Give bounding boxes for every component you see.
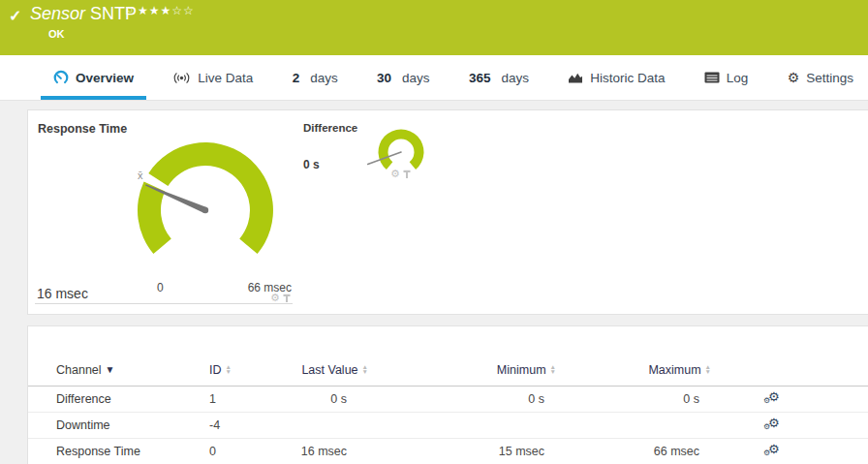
status-ok-check-icon: ✓: [9, 7, 21, 25]
column-header-last-value[interactable]: Last Value ▲▼: [301, 363, 368, 377]
tab-label: days: [402, 71, 430, 85]
sort-icon: ▲▼: [226, 365, 232, 375]
tab-number: 30: [377, 71, 391, 85]
gauge-scale-min: 0: [157, 281, 164, 294]
sort-icon: ▲▼: [550, 365, 556, 375]
channel-name-link[interactable]: Response Time: [28, 445, 209, 458]
tab-live-data[interactable]: Live Data: [160, 55, 265, 100]
sensor-header: ✓ SensorSNTP ⚐ ★★★☆☆ OK: [0, 0, 868, 55]
channels-table: Channel ▼ ID ▲▼ Last Value ▲▼ Minimum ▲▼…: [28, 363, 868, 464]
column-label: Last Value: [301, 363, 357, 377]
column-header-minimum[interactable]: Minimum ▲▼: [497, 363, 556, 377]
difference-gauge-title: Difference: [303, 122, 357, 134]
flag-icon[interactable]: ⚐: [124, 5, 134, 17]
channel-settings-gears-icon[interactable]: ⚙ ⚙: [763, 390, 781, 406]
pin-icon[interactable]: [403, 170, 411, 179]
channels-panel: Channel ▼ ID ▲▼ Last Value ▲▼ Minimum ▲▼…: [27, 325, 868, 464]
log-list-icon: [704, 72, 720, 83]
tab-label: days: [310, 71, 338, 85]
channel-last-value: 16 msec: [293, 445, 368, 458]
gauge-gear-icon[interactable]: ⚙: [390, 169, 400, 179]
tab-2-days[interactable]: 2 days: [280, 55, 351, 100]
gear-icon: ⚙: [763, 449, 770, 457]
gear-icon: ⚙: [788, 71, 800, 84]
tab-bar: Overview Live Data 2 days 30 days 365 da…: [0, 55, 868, 101]
channel-id: 1: [209, 392, 293, 406]
historic-chart-icon: [568, 71, 583, 84]
tab-historic-data[interactable]: Historic Data: [555, 55, 677, 100]
difference-value: 0 s: [303, 158, 320, 171]
channel-settings-gears-icon[interactable]: ⚙ ⚙: [763, 443, 781, 458]
tab-overview[interactable]: Overview: [41, 55, 146, 100]
pin-icon[interactable]: [283, 294, 291, 303]
column-header-id[interactable]: ID ▲▼: [209, 363, 232, 377]
gauge-actions: ⚙: [270, 293, 291, 303]
tab-number: 2: [293, 71, 300, 85]
tab-label: Historic Data: [590, 71, 665, 85]
column-label: Maximum: [648, 363, 700, 377]
tab-365-days[interactable]: 365 days: [456, 55, 542, 100]
gear-icon: ⚙: [763, 422, 770, 431]
sensor-title-prefix: Sensor: [30, 4, 85, 23]
sensor-title: SensorSNTP: [30, 4, 137, 24]
priority-stars[interactable]: ★★★☆☆: [138, 4, 195, 17]
tab-label: Log: [727, 71, 749, 85]
tab-label: Live Data: [198, 71, 253, 85]
column-label: Channel: [56, 363, 102, 377]
sort-icon: ▲▼: [705, 365, 711, 375]
tab-30-days[interactable]: 30 days: [364, 55, 443, 100]
channel-id: -4: [209, 418, 293, 432]
tab-log[interactable]: Log: [692, 55, 761, 100]
tab-label: days: [501, 71, 529, 85]
gear-icon: ⚙: [763, 396, 770, 405]
gauges-panel: Response Time x̄ 0 66 msec 16 msec ⚙ Dif…: [27, 109, 868, 315]
channel-name-link[interactable]: Downtime: [28, 418, 209, 432]
average-marker: x̄: [138, 170, 143, 181]
column-label: Minimum: [497, 363, 546, 377]
channel-last-value: 0 s: [293, 392, 368, 406]
channel-settings-gears-icon[interactable]: ⚙ ⚙: [763, 417, 781, 432]
channel-name-link[interactable]: Difference: [28, 392, 209, 406]
gauge-gear-icon[interactable]: ⚙: [270, 293, 280, 303]
status-badge: OK: [48, 28, 65, 40]
channel-id: 0: [209, 445, 293, 458]
table-header-row: Channel ▼ ID ▲▼ Last Value ▲▼ Minimum ▲▼…: [28, 363, 868, 387]
response-time-value: 16 msec: [37, 286, 88, 301]
response-time-gauge-title: Response Time: [38, 122, 127, 136]
table-row: Downtime -4 ⚙ ⚙: [28, 413, 868, 439]
divider: [35, 303, 293, 304]
channel-maximum: 66 msec: [558, 445, 713, 458]
tab-label: Overview: [76, 71, 134, 85]
column-header-channel[interactable]: Channel ▼: [56, 363, 114, 377]
channel-minimum: 0 s: [368, 392, 558, 406]
sort-desc-icon: ▼: [106, 365, 115, 375]
response-time-gauge: [116, 110, 300, 275]
column-label: ID: [209, 363, 222, 377]
gauge-icon: [53, 70, 69, 85]
channel-minimum: 15 msec: [368, 445, 558, 458]
tab-label: Settings: [806, 71, 853, 85]
tab-number: 365: [469, 71, 491, 85]
tab-settings[interactable]: ⚙ Settings: [775, 55, 866, 100]
channel-maximum: 0 s: [558, 392, 713, 406]
column-header-maximum[interactable]: Maximum ▲▼: [648, 363, 711, 377]
gauge-actions: ⚙: [390, 169, 411, 179]
live-data-icon: [172, 72, 191, 84]
table-row: Difference 1 0 s 0 s 0 s ⚙ ⚙: [28, 387, 868, 413]
table-row: Response Time 0 16 msec 15 msec 66 msec …: [28, 439, 868, 464]
